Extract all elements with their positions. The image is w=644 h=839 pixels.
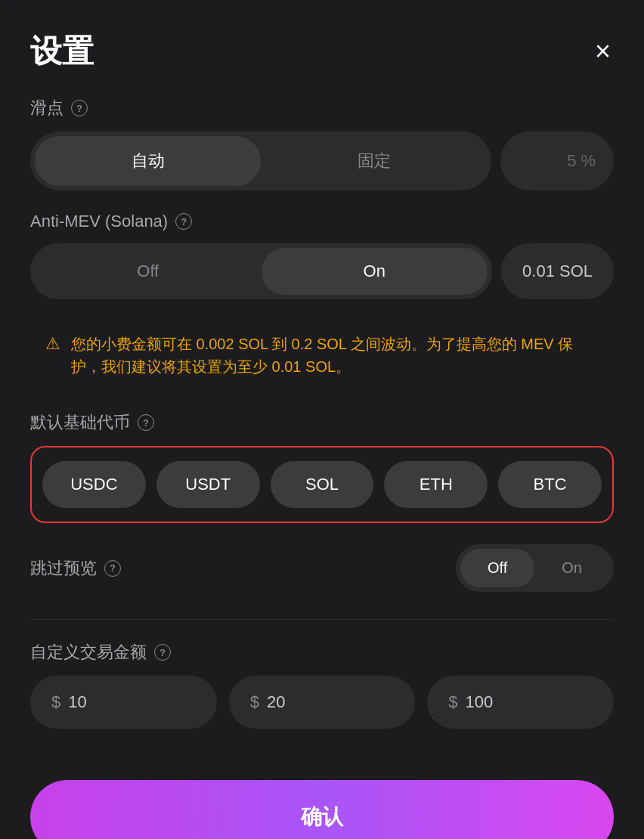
- amount-box-2: $ 20: [229, 676, 416, 729]
- settings-modal: 设置 × 滑点 ? 自动 固定 5 % Anti-MEV (Solana) ? …: [0, 0, 644, 839]
- skip-preview-label: 跳过预览 ?: [30, 557, 121, 580]
- slippage-help-icon[interactable]: ?: [71, 100, 88, 116]
- slippage-label: 滑点 ?: [30, 97, 614, 119]
- mev-on-btn[interactable]: On: [262, 248, 488, 295]
- base-currency-label: 默认基础代币 ?: [30, 411, 614, 434]
- slippage-row: 自动 固定 5 %: [30, 132, 614, 190]
- mev-sol-value: 0.01 SOL: [501, 243, 614, 299]
- anti-mev-section: Anti-MEV (Solana) ? Off On 0.01 SOL: [30, 212, 614, 299]
- slippage-value: 5: [567, 151, 576, 171]
- slippage-toggle-group: 自动 固定: [30, 132, 491, 190]
- currency-btn-eth[interactable]: ETH: [384, 461, 488, 508]
- amount-value-1: 10: [68, 692, 86, 712]
- warning-icon: ⚠: [45, 334, 60, 354]
- currency-btn-usdt[interactable]: USDT: [156, 461, 260, 508]
- close-button[interactable]: ×: [592, 35, 614, 68]
- skip-preview-row: 跳过预览 ? Off On: [30, 544, 614, 592]
- modal-header: 设置 ×: [30, 30, 614, 73]
- skip-on-btn[interactable]: On: [534, 549, 609, 587]
- trade-amount-help-icon[interactable]: ?: [154, 644, 171, 661]
- amount-box-1: $ 10: [30, 676, 217, 729]
- skip-off-btn[interactable]: Off: [460, 549, 534, 587]
- slippage-section: 滑点 ? 自动 固定 5 %: [30, 97, 614, 190]
- divider: [30, 619, 614, 620]
- slippage-auto-btn[interactable]: 自动: [35, 136, 261, 186]
- currency-btn-usdc[interactable]: USDC: [42, 461, 146, 508]
- mev-toggle-group: Off On: [30, 243, 492, 299]
- warning-text: 您的小费金额可在 0.002 SOL 到 0.2 SOL 之间波动。为了提高您的…: [71, 333, 599, 378]
- anti-mev-help-icon[interactable]: ?: [175, 213, 192, 230]
- amount-value-2: 20: [267, 692, 285, 712]
- trade-amount-label: 自定义交易金额 ?: [30, 641, 614, 664]
- trade-amount-row: $ 10 $ 20 $ 100: [30, 676, 614, 729]
- mev-row: Off On 0.01 SOL: [30, 243, 614, 299]
- slippage-fixed-btn[interactable]: 固定: [261, 136, 487, 186]
- confirm-button[interactable]: 确认: [30, 780, 614, 839]
- base-currency-help-icon[interactable]: ?: [138, 414, 154, 431]
- amount-dollar-2: $: [250, 692, 259, 712]
- base-currency-section: 默认基础代币 ? USDC USDT SOL ETH BTC: [30, 411, 614, 523]
- currency-btn-btc[interactable]: BTC: [498, 461, 602, 508]
- modal-title: 设置: [30, 30, 94, 73]
- skip-preview-help-icon[interactable]: ?: [104, 560, 121, 577]
- amount-dollar-3: $: [448, 692, 457, 712]
- slippage-value-box: 5 %: [500, 132, 614, 190]
- currency-group: USDC USDT SOL ETH BTC: [30, 446, 614, 523]
- amount-value-3: 100: [466, 692, 494, 712]
- trade-amount-section: 自定义交易金额 ? $ 10 $ 20 $ 100: [30, 641, 614, 759]
- skip-toggle-group: Off On: [456, 544, 614, 592]
- slippage-unit: %: [581, 151, 596, 171]
- warning-box: ⚠ 您的小费金额可在 0.002 SOL 到 0.2 SOL 之间波动。为了提高…: [30, 320, 614, 390]
- amount-dollar-1: $: [51, 692, 60, 712]
- currency-btn-sol[interactable]: SOL: [271, 461, 374, 508]
- amount-box-3: $ 100: [427, 676, 614, 729]
- mev-off-btn[interactable]: Off: [35, 248, 262, 295]
- anti-mev-label: Anti-MEV (Solana) ?: [30, 212, 614, 231]
